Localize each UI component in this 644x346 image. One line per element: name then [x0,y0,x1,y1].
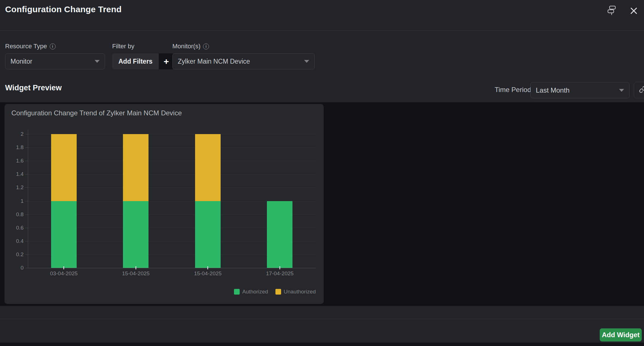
chevron-down-icon [304,60,309,63]
y-axis-tick [25,201,28,201]
chart-legend: AuthorizedUnauthorized [234,289,316,295]
y-axis-tick [25,161,28,161]
header-divider [0,30,644,31]
y-axis-label: 1.8 [7,144,24,151]
x-axis-label: 15-04-2025 [184,270,232,277]
x-axis-label: 17-04-2025 [256,270,304,277]
y-axis-label: 1.4 [7,171,24,177]
legend-item-unauthorized[interactable]: Unauthorized [275,289,316,295]
close-icon [630,7,638,16]
resource-type-label-text: Resource Type [5,43,47,50]
time-period-value: Last Month [536,86,570,94]
page-title: Configuration Change Trend [5,5,122,14]
x-axis-label: 03-04-2025 [40,270,88,277]
resource-type-select[interactable]: Monitor [5,53,105,69]
y-axis-tick [25,228,28,228]
bar-segment-unauthorized [123,134,149,201]
y-axis-label: 0.2 [7,251,24,258]
y-axis-tick [25,255,28,255]
link-icon [639,86,644,95]
legend-label: Unauthorized [284,289,316,295]
monitors-label: Monitor(s) i [172,43,209,50]
y-axis-tick [25,147,28,148]
y-axis-tick [25,174,28,174]
add-widget-button[interactable]: Add Widget [600,328,642,341]
signpost-icon [607,5,616,16]
y-axis-label: 0 [7,265,24,271]
y-axis-label: 1.2 [7,184,24,191]
bar-segment-authorized [51,201,77,268]
chevron-down-icon [619,89,624,92]
monitors-select[interactable]: Zylker Main NCM Device [172,53,315,69]
bar-segment-authorized [267,201,292,268]
widget-layout-button[interactable] [606,5,617,16]
y-axis-label: 1 [7,198,24,204]
y-axis-line [28,130,28,268]
x-axis-label: 15-04-2025 [112,270,160,277]
info-icon[interactable]: i [50,43,56,49]
y-axis-label: 0.8 [7,211,24,218]
copy-link-button[interactable] [634,82,644,98]
legend-label: Authorized [242,289,268,295]
legend-swatch [275,289,281,295]
bottom-strip [0,343,644,346]
y-axis-tick [25,214,28,215]
close-button[interactable] [628,6,639,17]
y-axis-tick [25,241,28,241]
chart-panel: Configuration Change Trend of Zylker Mai… [5,104,324,304]
y-axis-tick [25,268,28,268]
filter-by-label: Filter by [112,43,134,50]
info-icon[interactable]: i [203,43,209,49]
bar-segment-unauthorized [195,134,221,201]
add-filters-label: Add Filters [112,53,159,69]
bar-segment-authorized [123,201,149,268]
chart-plot-area: 00.20.40.60.811.21.41.61.8203-04-202515-… [5,104,324,304]
y-axis-tick [25,134,28,134]
resource-type-label: Resource Type i [5,43,56,50]
monitors-label-text: Monitor(s) [172,43,200,50]
x-axis-line [28,268,316,268]
widget-preview-area: Configuration Change Trend of Zylker Mai… [0,102,644,306]
filter-by-label-text: Filter by [112,43,134,50]
y-axis-label: 0.4 [7,238,24,244]
y-axis-label: 0.6 [7,225,24,231]
chevron-down-icon [95,60,100,63]
y-axis-label: 1.6 [7,158,24,164]
time-period-label: Time Period [495,86,531,94]
monitors-value: Zylker Main NCM Device [178,58,250,65]
bar-segment-unauthorized [51,134,77,201]
widget-preview-title: Widget Preview [5,84,62,92]
y-axis-tick [25,187,28,188]
add-filters-button[interactable]: Add Filters + [112,53,174,69]
legend-item-authorized[interactable]: Authorized [234,289,268,295]
plus-icon: + [159,53,174,69]
legend-swatch [234,289,240,295]
y-axis-label: 2 [7,131,24,137]
resource-type-value: Monitor [11,58,32,65]
footer-divider [0,319,644,319]
bar-segment-authorized [195,201,221,268]
time-period-select[interactable]: Last Month [530,82,630,98]
